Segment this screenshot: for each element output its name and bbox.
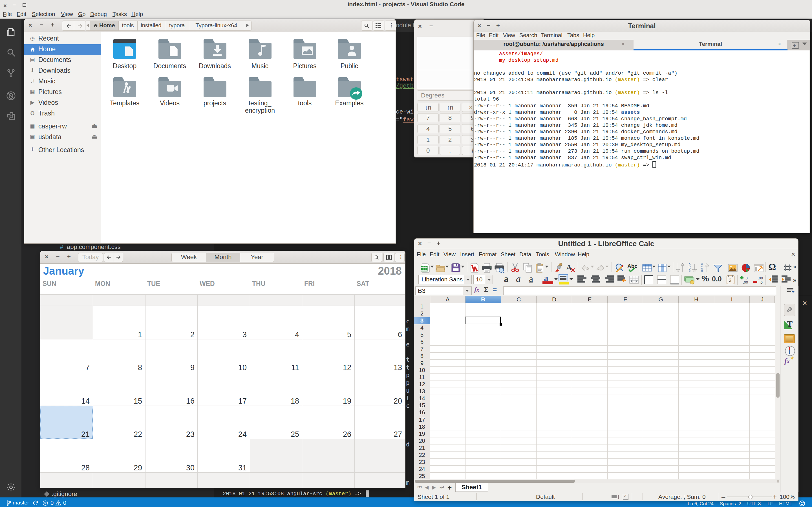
svg-text:A: A	[566, 263, 572, 272]
svg-text:Abc: Abc	[627, 263, 637, 269]
svg-text:.0: .0	[760, 280, 763, 284]
svg-text:.00: .00	[758, 276, 763, 280]
svg-text:3: 3	[729, 278, 731, 283]
svg-text:.00: .00	[743, 280, 748, 284]
svg-text:.0: .0	[745, 276, 748, 280]
